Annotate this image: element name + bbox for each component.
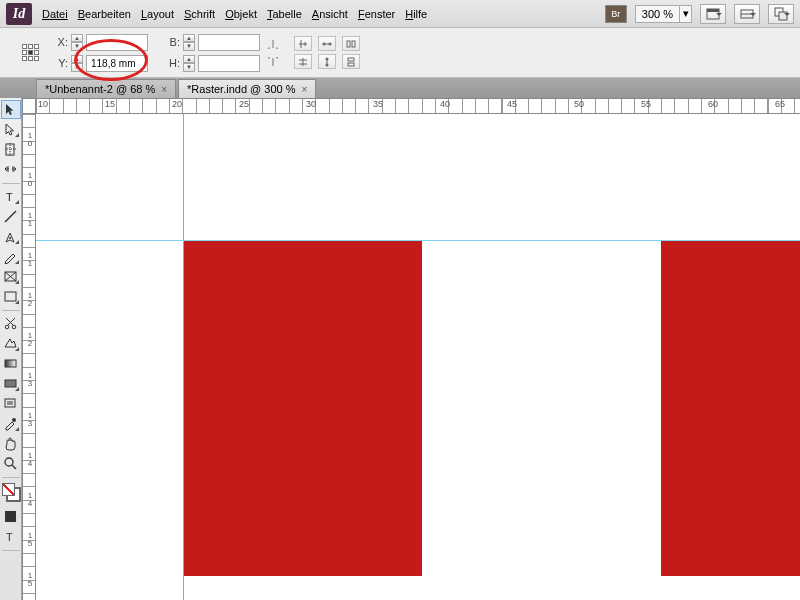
hruler-label: 55 <box>641 99 651 109</box>
align-distribute-group <box>294 36 360 69</box>
document-canvas[interactable] <box>36 114 800 600</box>
vruler-label: 12 <box>24 332 36 348</box>
svg-rect-1 <box>707 9 719 12</box>
document-tabs: *Unbenannt-2 @ 68 % × *Raster.indd @ 300… <box>0 78 800 98</box>
vruler-label: 13 <box>24 372 36 388</box>
h-spinner[interactable]: ▲▼ <box>183 55 195 72</box>
hruler-label: 10 <box>38 99 48 109</box>
vruler-label: 15 <box>24 532 36 548</box>
link-dimensions-icon[interactable] <box>266 36 280 70</box>
view-mode-button-1[interactable] <box>700 4 726 24</box>
menu-hilfe[interactable]: Hilfe <box>405 8 427 20</box>
align-icon-6[interactable] <box>342 54 360 69</box>
menu-objekt[interactable]: Objekt <box>225 8 257 20</box>
ruler-origin[interactable] <box>22 98 36 114</box>
note-tool[interactable] <box>1 394 21 413</box>
red-rectangle-1[interactable] <box>184 241 422 576</box>
arrange-button[interactable] <box>768 4 794 24</box>
close-icon[interactable]: × <box>302 84 308 95</box>
rectangle-tool[interactable] <box>1 287 21 306</box>
b-spinner[interactable]: ▲▼ <box>183 34 195 51</box>
hruler-label: 30 <box>306 99 316 109</box>
menu-schrift[interactable]: Schrift <box>184 8 215 20</box>
svg-point-28 <box>5 458 13 466</box>
main-menu: Datei Bearbeiten Layout Schrift Objekt T… <box>42 8 427 20</box>
gradient-feather-tool[interactable] <box>1 374 21 393</box>
align-icon-3[interactable] <box>342 36 360 51</box>
reference-point-selector[interactable] <box>22 44 40 62</box>
x-input[interactable] <box>86 34 148 51</box>
fill-stroke-swatch[interactable] <box>2 483 20 501</box>
x-label: X: <box>54 36 68 48</box>
pen-tool[interactable] <box>1 227 21 246</box>
menu-tabelle[interactable]: Tabelle <box>267 8 302 20</box>
svg-rect-26 <box>5 399 15 407</box>
pencil-tool[interactable] <box>1 247 21 266</box>
align-icon-2[interactable] <box>318 36 336 51</box>
line-tool[interactable] <box>1 207 21 226</box>
menu-layout[interactable]: Layout <box>141 8 174 20</box>
document-tab-2[interactable]: *Raster.indd @ 300 % × <box>178 79 316 98</box>
close-icon[interactable]: × <box>161 84 167 95</box>
app-menubar: Id Datei Bearbeiten Layout Schrift Objek… <box>0 0 800 28</box>
eyedropper-tool[interactable] <box>1 414 21 433</box>
menu-bearbeiten[interactable]: Bearbeiten <box>78 8 131 20</box>
apply-color-text[interactable]: T <box>1 527 21 546</box>
align-icon-5[interactable] <box>318 54 336 69</box>
zoom-dropdown[interactable]: 300 % ▾ <box>635 5 692 23</box>
y-input[interactable]: 118,8 mm <box>86 55 148 72</box>
svg-point-27 <box>12 418 16 422</box>
menu-ansicht[interactable]: Ansicht <box>312 8 348 20</box>
page-tool[interactable] <box>1 140 21 159</box>
selection-tool[interactable] <box>1 100 21 119</box>
svg-text:T: T <box>6 531 13 543</box>
type-tool[interactable]: T <box>1 187 21 206</box>
svg-text:T: T <box>6 191 13 203</box>
red-rectangle-2[interactable] <box>661 241 800 576</box>
zoom-value: 300 % <box>636 8 679 20</box>
zoom-tool[interactable] <box>1 454 21 473</box>
apply-color-container[interactable] <box>1 507 21 526</box>
b-label: B: <box>166 36 180 48</box>
indesign-logo: Id <box>6 3 32 25</box>
svg-line-29 <box>12 465 16 469</box>
h-input[interactable] <box>198 55 260 72</box>
horizontal-ruler[interactable]: 10152025303540455055606570 <box>36 98 800 114</box>
svg-rect-24 <box>5 360 16 367</box>
vruler-label: 14 <box>24 452 36 468</box>
vruler-label: 14 <box>24 492 36 508</box>
gradient-swatch-tool[interactable] <box>1 354 21 373</box>
y-label: Y: <box>54 57 68 69</box>
align-icon-1[interactable] <box>294 36 312 51</box>
svg-rect-9 <box>352 41 355 47</box>
rectangle-frame-tool[interactable] <box>1 267 21 286</box>
screen-mode-button[interactable] <box>734 4 760 24</box>
hand-tool[interactable] <box>1 434 21 453</box>
align-icon-4[interactable] <box>294 54 312 69</box>
appbar-right: Br 300 % ▾ <box>605 4 794 24</box>
vruler-label: 10 <box>24 172 36 188</box>
vruler-label: 11 <box>24 252 36 268</box>
gap-tool[interactable] <box>1 160 21 179</box>
hruler-label: 40 <box>440 99 450 109</box>
menu-datei[interactable]: Datei <box>42 8 68 20</box>
scissors-tool[interactable] <box>1 314 21 333</box>
document-tab-1[interactable]: *Unbenannt-2 @ 68 % × <box>36 79 176 98</box>
document-tab-2-label: *Raster.indd @ 300 % <box>187 83 295 95</box>
svg-line-16 <box>5 211 16 222</box>
b-input[interactable] <box>198 34 260 51</box>
chevron-down-icon: ▾ <box>679 6 691 22</box>
free-transform-tool[interactable] <box>1 334 21 353</box>
svg-rect-30 <box>5 511 16 522</box>
y-spinner[interactable]: ▲▼ <box>71 55 83 72</box>
bridge-button[interactable]: Br <box>605 5 627 23</box>
direct-selection-tool[interactable] <box>1 120 21 139</box>
vruler-label: 13 <box>24 412 36 428</box>
menu-fenster[interactable]: Fenster <box>358 8 395 20</box>
vertical-ruler[interactable]: 101011111212131314141515 <box>22 114 36 600</box>
h-label: H: <box>166 57 180 69</box>
svg-rect-25 <box>5 380 16 387</box>
x-spinner[interactable]: ▲▼ <box>71 34 83 51</box>
svg-rect-5 <box>779 12 787 20</box>
vruler-label: 12 <box>24 292 36 308</box>
